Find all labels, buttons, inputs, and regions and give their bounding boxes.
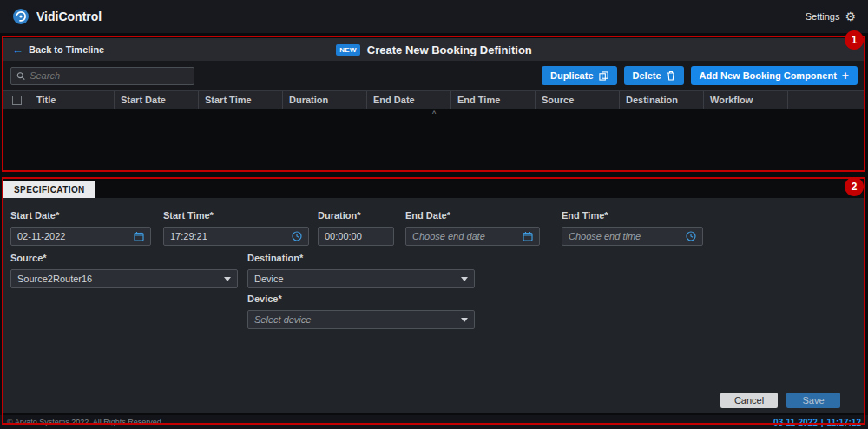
plus-icon: + (842, 69, 849, 82)
duplicate-button[interactable]: Duplicate (542, 66, 617, 85)
booking-header: ← Back to Timeline NEW Create New Bookin… (3, 38, 865, 61)
end-date-label: End Date* (405, 210, 540, 221)
page-title: Create New Booking Definition (367, 43, 532, 56)
duplicate-label: Duplicate (550, 70, 594, 81)
chevron-down-icon (461, 277, 468, 281)
trash-icon (667, 70, 675, 81)
table-header: Title Start Date Start Time Duration End… (3, 90, 865, 109)
new-badge: NEW (336, 44, 360, 56)
destination-label: Destination* (247, 253, 475, 263)
app-logo-icon (12, 8, 30, 25)
chevron-down-icon (224, 277, 231, 281)
end-date-input[interactable]: Choose end date (405, 227, 540, 246)
toolbar: Duplicate Delete Add New Booking Compone… (3, 61, 865, 90)
column-title[interactable]: Title (30, 91, 114, 109)
column-end-time[interactable]: End Time (450, 91, 535, 109)
end-time-label: End Time* (562, 210, 703, 221)
search-input[interactable] (30, 70, 188, 81)
column-source[interactable]: Source (535, 91, 619, 109)
resize-handle[interactable]: – (431, 174, 437, 182)
duration-label: Duration* (318, 210, 394, 221)
delete-button[interactable]: Delete (624, 66, 684, 85)
duration-value: 00:00:00 (325, 231, 362, 241)
back-label: Back to Timeline (29, 44, 104, 55)
start-time-value: 17:29:21 (170, 231, 207, 241)
delete-label: Delete (633, 70, 661, 81)
start-time-label: Start Time* (163, 210, 309, 221)
source-dropdown[interactable]: Source2Router16 (10, 269, 238, 288)
field-start-time: Start Time* 17:29:21 (163, 210, 309, 246)
settings-button[interactable]: Settings ⚙ (806, 10, 856, 23)
brand: VidiControl (12, 8, 102, 25)
destination-value: Device (254, 274, 284, 284)
cancel-button[interactable]: Cancel (720, 393, 778, 408)
add-booking-component-button[interactable]: Add New Booking Component + (691, 66, 858, 85)
end-time-input[interactable]: Choose end time (562, 227, 703, 246)
clock-icon (686, 231, 696, 241)
booking-list-section: ← Back to Timeline NEW Create New Bookin… (3, 38, 865, 170)
field-end-time: End Time* Choose end time (562, 210, 703, 246)
search-box[interactable] (10, 67, 194, 85)
footer-time: 11:17:12 (827, 418, 861, 427)
collapse-caret-icon[interactable]: ^ (432, 110, 436, 118)
tab-row: SPECIFICATION – (3, 181, 865, 198)
field-source: Source* Source2Router16 (10, 253, 238, 288)
start-date-value: 02-11-2022 (17, 231, 65, 241)
column-destination[interactable]: Destination (619, 91, 703, 109)
header-title-group: NEW Create New Booking Definition (3, 38, 865, 61)
settings-label: Settings (806, 11, 840, 22)
gear-icon: ⚙ (845, 10, 856, 23)
datetime: 03-11-2022 | 11:17:12 (773, 418, 861, 427)
chevron-down-icon (461, 318, 468, 322)
toolbar-buttons: Duplicate Delete Add New Booking Compone… (542, 66, 858, 85)
app-title: VidiControl (36, 10, 102, 23)
calendar-icon (523, 231, 533, 241)
select-all-cell (3, 91, 30, 109)
copy-icon (599, 71, 608, 81)
column-workflow[interactable]: Workflow (703, 91, 787, 109)
table-body-empty: ^ (3, 109, 865, 170)
column-end-date[interactable]: End Date (366, 91, 450, 109)
field-duration: Duration* 00:00:00 (318, 210, 394, 246)
back-arrow-icon: ← (12, 44, 23, 56)
start-time-input[interactable]: 17:29:21 (163, 227, 309, 246)
source-value: Source2Router16 (17, 274, 92, 284)
field-start-date: Start Date* 02-11-2022 (10, 210, 151, 246)
tab-specification[interactable]: SPECIFICATION (3, 181, 95, 198)
calendar-icon (134, 231, 144, 241)
destination-dropdown[interactable]: Device (247, 269, 475, 288)
top-bar: VidiControl Settings ⚙ (0, 0, 868, 33)
start-date-input[interactable]: 02-11-2022 (10, 227, 151, 246)
column-duration[interactable]: Duration (282, 91, 366, 109)
duration-input[interactable]: 00:00:00 (318, 227, 394, 246)
specification-form: Start Date* 02-11-2022 Start Time* 17:29… (3, 198, 865, 413)
field-end-date: End Date* Choose end date (405, 210, 540, 246)
device-label: Device* (247, 294, 475, 304)
start-date-label: Start Date* (10, 210, 151, 221)
device-dropdown[interactable]: Select device (247, 310, 475, 329)
search-icon (16, 71, 25, 81)
column-start-date[interactable]: Start Date (114, 91, 198, 109)
add-label: Add New Booking Component (700, 70, 837, 81)
clock-icon (292, 231, 302, 241)
save-button[interactable]: Save (786, 393, 840, 408)
form-actions: Cancel Save (720, 393, 840, 408)
footer: © Arvato Systems 2022. All Rights Reserv… (0, 415, 868, 429)
footer-date: 03-11-2022 (773, 418, 818, 427)
footer-separator: | (821, 418, 824, 427)
column-start-time[interactable]: Start Time (198, 91, 282, 109)
source-label: Source* (10, 253, 238, 263)
copyright-text: © Arvato Systems 2022. All Rights Reserv… (7, 418, 163, 426)
field-device: Device* Select device (247, 294, 475, 329)
column-filler (787, 91, 865, 109)
end-time-placeholder: Choose end time (569, 231, 641, 241)
specification-section: SPECIFICATION – Start Date* 02-11-2022 S… (3, 181, 865, 413)
device-placeholder: Select device (254, 314, 311, 325)
field-destination: Destination* Device (247, 253, 475, 288)
back-to-timeline-button[interactable]: ← Back to Timeline (12, 44, 104, 56)
select-all-checkbox[interactable] (12, 96, 22, 105)
end-date-placeholder: Choose end date (412, 231, 485, 241)
